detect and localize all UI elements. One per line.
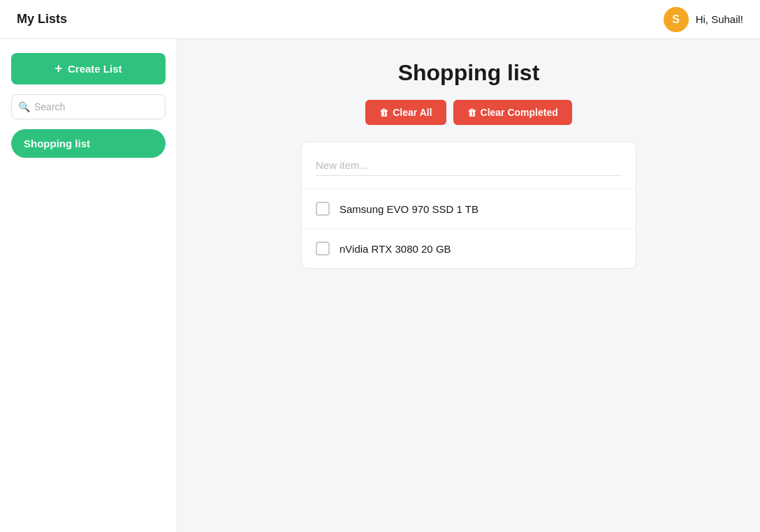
trash-icon-clear-completed: 🗑: [467, 108, 476, 118]
clear-all-label: Clear All: [393, 107, 432, 118]
create-list-button[interactable]: + Create List: [11, 53, 166, 84]
search-input[interactable]: [11, 94, 166, 119]
clear-completed-button[interactable]: 🗑 Clear Completed: [453, 100, 572, 125]
create-list-label: Create List: [68, 63, 122, 75]
item-checkbox-1[interactable]: [316, 202, 330, 216]
item-label-2: nVidia RTX 3080 20 GB: [339, 243, 451, 255]
list-item: Samsung EVO 970 SSD 1 TB: [302, 189, 636, 229]
new-item-row: [302, 142, 636, 189]
item-checkbox-2[interactable]: [316, 242, 330, 256]
user-area: S Hi, Suhail!: [664, 7, 743, 32]
user-greeting: Hi, Suhail!: [696, 13, 743, 25]
shopping-list-container: Samsung EVO 970 SSD 1 TB nVidia RTX 3080…: [301, 142, 636, 269]
sidebar-item-label: Shopping list: [24, 138, 90, 149]
new-item-input[interactable]: [316, 155, 622, 176]
clear-all-button[interactable]: 🗑 Clear All: [365, 100, 446, 125]
sidebar: + Create List 🔍 Shopping list: [0, 39, 177, 532]
sidebar-item-shopping-list[interactable]: Shopping list: [11, 129, 166, 158]
item-label-1: Samsung EVO 970 SSD 1 TB: [339, 203, 478, 215]
search-icon: 🔍: [18, 101, 30, 112]
header: My Lists S Hi, Suhail!: [0, 0, 760, 39]
avatar: S: [664, 7, 689, 32]
main-content: Shopping list 🗑 Clear All 🗑 Clear Comple…: [177, 39, 760, 532]
trash-icon-clear-all: 🗑: [379, 108, 388, 118]
clear-completed-label: Clear Completed: [481, 107, 558, 118]
list-item: nVidia RTX 3080 20 GB: [302, 229, 636, 268]
plus-icon: +: [54, 61, 62, 76]
page-title: Shopping list: [205, 60, 732, 86]
app-title: My Lists: [17, 12, 67, 27]
search-wrapper: 🔍: [11, 94, 166, 119]
action-buttons: 🗑 Clear All 🗑 Clear Completed: [205, 100, 732, 125]
layout: + Create List 🔍 Shopping list Shopping l…: [0, 39, 760, 532]
